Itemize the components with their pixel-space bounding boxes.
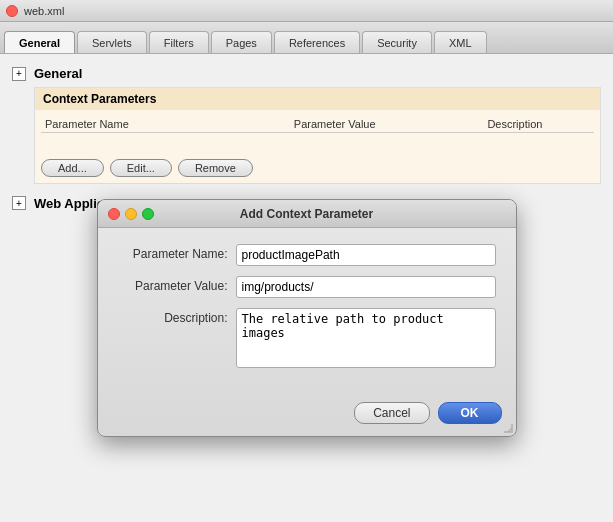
col-header-value: Parameter Value — [290, 116, 484, 133]
remove-button[interactable]: Remove — [178, 159, 253, 177]
tab-references[interactable]: References — [274, 31, 360, 53]
dialog-footer: Cancel OK — [98, 394, 516, 436]
tab-xml[interactable]: XML — [434, 31, 487, 53]
param-btn-row: Add... Edit... Remove — [41, 159, 594, 177]
title-bar-title: web.xml — [24, 5, 64, 17]
table-row-empty — [41, 133, 594, 153]
tab-filters[interactable]: Filters — [149, 31, 209, 53]
col-header-desc: Description — [483, 116, 594, 133]
dialog-cancel-button[interactable]: Cancel — [354, 402, 429, 424]
edit-button[interactable]: Edit... — [110, 159, 172, 177]
col-header-name: Parameter Name — [41, 116, 290, 133]
listeners-expand-icon[interactable]: + — [12, 196, 26, 210]
description-textarea[interactable]: The relative path to product images — [236, 308, 496, 368]
add-context-param-dialog: Add Context Parameter Parameter Name: Pa… — [97, 199, 517, 437]
dialog-resize-handle[interactable] — [502, 422, 514, 434]
param-name-label: Parameter Name: — [118, 244, 228, 261]
title-bar: web.xml — [0, 0, 613, 22]
dialog-traffic-lights — [108, 208, 154, 220]
param-name-input[interactable] — [236, 244, 496, 266]
param-value-label: Parameter Value: — [118, 276, 228, 293]
param-name-row: Parameter Name: — [118, 244, 496, 266]
tab-security[interactable]: Security — [362, 31, 432, 53]
close-button[interactable] — [6, 5, 18, 17]
dialog-body: Parameter Name: Parameter Value: Descrip… — [98, 228, 516, 394]
dialog-ok-button[interactable]: OK — [438, 402, 502, 424]
tabs-row: General Servlets Filters Pages Reference… — [0, 22, 613, 54]
general-expand-icon[interactable]: + — [12, 67, 26, 81]
dialog-titlebar: Add Context Parameter — [98, 200, 516, 228]
description-label: Description: — [118, 308, 228, 325]
dialog-minimize-button[interactable] — [125, 208, 137, 220]
tab-pages[interactable]: Pages — [211, 31, 272, 53]
param-value-input[interactable] — [236, 276, 496, 298]
context-params-panel: Context Parameters Parameter Name Parame… — [34, 87, 601, 184]
dialog-title: Add Context Parameter — [240, 207, 373, 221]
tab-general[interactable]: General — [4, 31, 75, 53]
main-content: + General Context Parameters Parameter N… — [0, 54, 613, 522]
dialog-close-button[interactable] — [108, 208, 120, 220]
param-value-row: Parameter Value: — [118, 276, 496, 298]
add-button[interactable]: Add... — [41, 159, 104, 177]
tab-servlets[interactable]: Servlets — [77, 31, 147, 53]
description-row: Description: The relative path to produc… — [118, 308, 496, 368]
general-section-header: + General — [12, 66, 601, 81]
context-params-header: Context Parameters — [35, 88, 600, 110]
dialog-zoom-button[interactable] — [142, 208, 154, 220]
general-section-title: General — [34, 66, 82, 81]
param-table: Parameter Name Parameter Value Descripti… — [41, 116, 594, 153]
